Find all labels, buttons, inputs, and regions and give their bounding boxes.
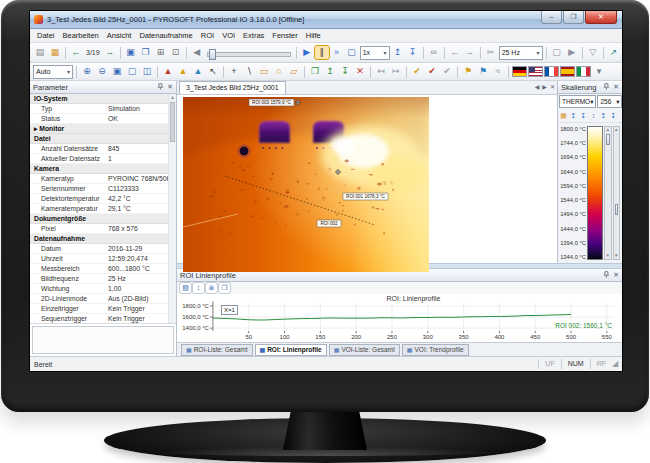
parameter-row[interactable]: Pixel768 x 576 — [30, 224, 169, 234]
split-view-icon[interactable]: ◫ — [140, 65, 154, 78]
parameter-row[interactable]: Anzahl Datensätze845 — [30, 144, 169, 154]
parameter-group-io-system[interactable]: IO-System — [30, 94, 169, 104]
parameter-row[interactable]: 2D-LinienmodeAus (2D-Bild) — [30, 294, 169, 304]
thermo-palette-bar[interactable] — [587, 126, 603, 260]
menu-item-extras[interactable]: Extras — [239, 31, 268, 40]
menu-item-datei[interactable]: Datei — [33, 31, 59, 40]
parameter-group-kamera[interactable]: Kamera — [30, 164, 169, 174]
tab-scroll-left-icon[interactable]: ◀ — [535, 83, 540, 90]
profile-copy-icon[interactable]: ❐ — [219, 283, 230, 293]
slider-track[interactable] — [207, 52, 291, 57]
menu-item-datenaufnahme[interactable]: Datenaufnahme — [135, 31, 196, 40]
zoom-out-icon[interactable]: ⊖ — [95, 65, 109, 78]
parameter-row[interactable]: TypSimulation — [30, 104, 169, 114]
roi-down-icon[interactable]: ↧ — [338, 65, 352, 78]
arrow-up-icon[interactable]: ▲ — [605, 127, 611, 133]
title-bar[interactable]: 3_Test Jedes Bild 25Hz_0001 - PYROSOFT P… — [30, 11, 622, 29]
pointer-icon[interactable]: ↖ — [206, 65, 220, 78]
next-frame-icon[interactable]: → — [103, 46, 117, 59]
load-palette-icon[interactable]: ▦ — [559, 111, 568, 121]
parameter-row[interactable]: Kameratemperatur29,1 °C — [30, 204, 169, 214]
slider-thumb[interactable] — [209, 49, 216, 60]
roi-export-icon[interactable]: ↤ — [374, 65, 388, 78]
scale-min-slider[interactable]: ▲ ▼ — [613, 126, 621, 260]
profile-legend-icon[interactable]: ≣ — [206, 283, 217, 293]
parameter-row[interactable]: EinzeltriggerKein Trigger — [30, 304, 169, 314]
measure-icon[interactable]: ≈ — [491, 65, 505, 78]
menu-item-fenster[interactable]: Fenster — [268, 31, 301, 40]
flag-spain-icon[interactable] — [560, 66, 575, 77]
zoom-100-icon[interactable]: ▢ — [125, 65, 139, 78]
overflow-menu-icon[interactable]: ▾ — [592, 65, 606, 78]
tab-roi-linienprofile[interactable]: ▦ROI: Linienprofile — [255, 344, 327, 356]
parameter-group-dokumentgröße[interactable]: Dokumentgröße — [30, 214, 169, 224]
scale-down-icon[interactable]: ↧ — [579, 111, 588, 121]
trigger-icon[interactable]: ▽ — [586, 46, 600, 59]
roi-import-icon[interactable]: ↦ — [389, 65, 403, 78]
cursor-position-label[interactable]: X=1 — [221, 305, 238, 315]
parameter-group-datei[interactable]: Datei — [30, 134, 169, 144]
profile-zoom-icon[interactable]: ▧ — [180, 283, 191, 293]
check-gray-icon[interactable]: ✔ — [440, 65, 454, 78]
pause-icon[interactable]: ∥ — [315, 46, 329, 59]
play-icon[interactable]: ▶ — [300, 46, 314, 59]
roi-up-icon[interactable]: ↥ — [323, 65, 337, 78]
flag-usa-icon[interactable] — [528, 66, 543, 77]
position-slider[interactable] — [205, 47, 293, 59]
nav-back-icon[interactable]: ← — [448, 46, 462, 59]
zoom-in-icon[interactable]: ⊕ — [80, 65, 94, 78]
speed-select[interactable]: 1x▾ — [360, 46, 390, 60]
parameter-row[interactable]: KameratypPYROINC 768N/50HZ/74X59 — [30, 174, 169, 184]
print-icon[interactable]: ⊞ — [154, 46, 168, 59]
parameter-group-datenaufnahme[interactable]: Datenaufnahme — [30, 234, 169, 244]
marker-blue-icon[interactable]: ⚑ — [476, 65, 490, 78]
zoom-fit-icon[interactable]: ▣ — [110, 65, 124, 78]
roi-copy-icon[interactable]: ❐ — [308, 65, 322, 78]
roi-polygon-icon[interactable]: ▱ — [287, 65, 301, 78]
tab-voi-liste-gesamt[interactable]: ▦VOI-Liste: Gesamt — [329, 344, 400, 356]
close-button[interactable]: ✕ — [585, 11, 617, 24]
parameter-group-monitor[interactable]: ▸ Monitor — [30, 124, 169, 134]
isotherm-blue-icon[interactable]: ▲ — [191, 65, 205, 78]
roi-line-icon[interactable]: ∖ — [242, 65, 256, 78]
line-profile-chart[interactable]: ROI: Linienprofile1800,0 °C1600,0 °C1400… — [177, 294, 622, 342]
flag-italy-icon[interactable] — [576, 66, 591, 77]
frame-down-icon[interactable]: ↧ — [406, 46, 420, 59]
close-panel-icon[interactable]: ✕ — [613, 83, 619, 91]
parameter-row[interactable]: SequenztriggerKein Trigger — [30, 314, 169, 324]
parameter-row[interactable]: Messbereich600...1800 °C — [30, 264, 169, 274]
print-preview-icon[interactable]: ⊡ — [169, 46, 183, 59]
thermal-image[interactable]: ROI 003 1579,9 °C ROI 001 1678,3 °C ROI … — [183, 97, 429, 272]
menu-item-ansicht[interactable]: Ansicht — [103, 31, 136, 40]
parameter-row[interactable]: Aktueller Datensatz1 — [30, 154, 169, 164]
scale-max-slider[interactable]: ▲ ▼ — [604, 126, 612, 260]
marker-yellow-icon[interactable]: ⚑ — [461, 65, 475, 78]
roi-002-label[interactable]: ROI 002 — [317, 220, 341, 227]
menu-item-hilfe[interactable]: Hilfe — [302, 31, 325, 40]
tab-voi-trendprofile[interactable]: ▦VOI: Trendprofile — [402, 344, 469, 356]
auto-range-icon[interactable]: ↕ — [589, 111, 598, 121]
profile-axes-icon[interactable]: ↕ — [193, 283, 204, 293]
roi-003-label[interactable]: ROI 003 1579,9 °C — [249, 99, 294, 106]
max-adjust-icon[interactable]: ↥ — [599, 111, 608, 121]
check-yellow-icon[interactable]: ✔ — [410, 65, 424, 78]
parameter-row[interactable]: Uhrzeit12:59:20,474 — [30, 254, 169, 264]
document-tab[interactable]: 3_Test Jedes Bild 25Hz_0001 — [179, 81, 286, 94]
min-adjust-icon[interactable]: ↧ — [609, 111, 618, 121]
flag-germany-icon[interactable] — [512, 66, 527, 77]
roi-delete-icon[interactable]: ✕ — [353, 65, 367, 78]
parameter-row[interactable]: Detektortemperatur42,2 °C — [30, 194, 169, 204]
flag-france-icon[interactable] — [544, 66, 559, 77]
tab-close-icon[interactable]: ✕ — [550, 83, 555, 90]
check-red-icon[interactable]: ✔ — [425, 65, 439, 78]
single-image-icon[interactable]: ▢ — [345, 46, 359, 59]
menu-item-roi[interactable]: ROI — [197, 31, 218, 40]
nav-forward-icon[interactable]: → — [463, 46, 477, 59]
roi-rect-icon[interactable]: ▭ — [257, 65, 271, 78]
close-panel-icon[interactable]: ✕ — [613, 271, 619, 279]
arrow-up-icon[interactable]: ▲ — [614, 127, 620, 133]
resize-grip[interactable]: ◢ — [612, 358, 622, 370]
frequency-select[interactable]: 25 Hz▾ — [499, 46, 543, 60]
tab-scroll-right-icon[interactable]: ▶ — [542, 83, 547, 90]
arrow-down-icon[interactable]: ▼ — [605, 253, 611, 259]
